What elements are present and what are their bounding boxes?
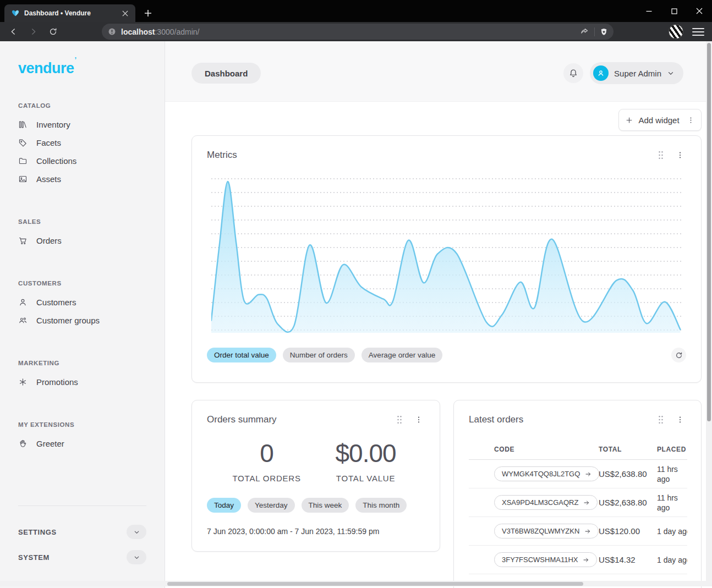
order-total: US$120.00 bbox=[599, 526, 657, 536]
back-button[interactable] bbox=[6, 24, 21, 40]
sidebar-section-settings[interactable]: SETTINGS bbox=[18, 521, 146, 543]
forward-button[interactable] bbox=[25, 24, 41, 40]
total-value-stat: $0.00 TOTAL VALUE bbox=[308, 438, 423, 483]
table-row: 3FY7FSCWSHMA11HX US$14.32 1 day ago bbox=[469, 546, 687, 574]
browser-menu-icon[interactable] bbox=[692, 26, 704, 38]
sidebar-item-customers[interactable]: Customers bbox=[0, 293, 165, 311]
drag-handle-icon[interactable] bbox=[396, 415, 403, 425]
total-value-value: $0.00 bbox=[308, 438, 423, 468]
notifications-button[interactable] bbox=[563, 63, 583, 83]
add-widget-button[interactable]: Add widget bbox=[618, 109, 702, 131]
order-code-link[interactable]: XSA9PD4LM3CGAQRZ bbox=[494, 495, 598, 510]
new-tab-button[interactable] bbox=[141, 6, 155, 20]
user-icon bbox=[596, 69, 605, 78]
vertical-scrollbar-thumb[interactable] bbox=[707, 43, 711, 421]
promotions-icon bbox=[18, 377, 28, 387]
order-code-link[interactable]: V3T6BW8ZQLWMYZKN bbox=[494, 524, 599, 538]
add-widget-menu-icon[interactable] bbox=[687, 116, 695, 124]
kebab-menu-icon[interactable] bbox=[676, 151, 684, 160]
range-this-week[interactable]: This week bbox=[302, 498, 349, 513]
tab-close-icon[interactable] bbox=[120, 8, 130, 18]
user-name: Super Admin bbox=[614, 69, 661, 78]
sidebar-section-marketing: MARKETING Promotions bbox=[0, 360, 165, 391]
sidebar-item-promotions[interactable]: Promotions bbox=[0, 373, 165, 391]
column-placed-at: PLACED AT bbox=[657, 446, 687, 453]
address-bar[interactable]: localhost:3000/admin/ bbox=[102, 24, 614, 40]
total-orders-stat: 0 TOTAL ORDERS bbox=[225, 438, 308, 483]
section-label: SYSTEM bbox=[18, 553, 50, 562]
sidebar-item-inventory[interactable]: Inventory bbox=[0, 116, 165, 134]
sidebar-item-orders[interactable]: Orders bbox=[0, 232, 165, 250]
latest-orders-title: Latest orders bbox=[469, 414, 657, 425]
sidebar-item-label: Customer groups bbox=[36, 316, 100, 325]
collections-icon bbox=[18, 156, 28, 166]
tab-number-of-orders[interactable]: Number of orders bbox=[283, 348, 355, 362]
order-code-link[interactable]: 3FY7FSCWSHMA11HX bbox=[494, 552, 597, 567]
latest-orders-table: CODE TOTAL PLACED AT WYMGK4TQQ8JL2TGQ US… bbox=[469, 446, 687, 574]
orders-icon bbox=[18, 236, 28, 245]
sidebar-section-customers: CUSTOMERS Customers Customer groups bbox=[0, 280, 165, 329]
browser-toolbar: localhost:3000/admin/ bbox=[0, 22, 712, 41]
range-this-month[interactable]: This month bbox=[355, 498, 407, 513]
orders-summary-title: Orders summary bbox=[207, 414, 396, 425]
sidebar-item-label: Customers bbox=[36, 298, 76, 307]
drag-handle-icon[interactable] bbox=[657, 150, 665, 160]
customer-groups-icon bbox=[18, 316, 28, 325]
tab-order-total-value[interactable]: Order total value bbox=[207, 348, 276, 362]
order-placed: 1 day ago bbox=[657, 555, 687, 565]
order-code-link[interactable]: WYMGK4TQQ8JL2TGQ bbox=[494, 466, 599, 481]
sidebar-item-label: Orders bbox=[36, 236, 62, 245]
sidebar-item-greeter[interactable]: Greeter bbox=[0, 435, 165, 453]
horizontal-scrollbar-thumb[interactable] bbox=[167, 582, 583, 586]
sidebar-item-label: Promotions bbox=[36, 377, 78, 387]
range-yesterday[interactable]: Yesterday bbox=[248, 498, 295, 513]
settings-expand-button[interactable] bbox=[127, 525, 146, 539]
window-close-button[interactable] bbox=[687, 0, 712, 22]
order-placed: 11 hrs ago bbox=[657, 493, 687, 513]
url-text: localhost:3000/admin/ bbox=[121, 28, 580, 36]
column-code: CODE bbox=[469, 446, 599, 453]
brave-shield-icon[interactable] bbox=[600, 28, 608, 36]
kebab-menu-icon[interactable] bbox=[414, 415, 423, 424]
page-title[interactable]: Dashboard bbox=[191, 63, 261, 84]
section-label: CUSTOMERS bbox=[18, 280, 165, 287]
sidebar-item-facets[interactable]: Facets bbox=[0, 134, 165, 152]
tab-average-order-value[interactable]: Average order value bbox=[362, 348, 442, 362]
browser-profile-avatar[interactable] bbox=[669, 24, 683, 39]
reload-button[interactable] bbox=[45, 24, 61, 40]
window-maximize-button[interactable] bbox=[661, 0, 687, 22]
sidebar-item-assets[interactable]: Assets bbox=[0, 170, 165, 188]
orders-summary-widget: Orders summary 0 TOTAL ORDERS $0.00 TOTA… bbox=[191, 400, 440, 552]
browser-tab[interactable]: Dashboard • Vendure bbox=[4, 4, 135, 22]
horizontal-scrollbar[interactable] bbox=[0, 581, 712, 586]
user-menu[interactable]: Super Admin bbox=[590, 62, 683, 84]
metrics-chart bbox=[211, 177, 681, 334]
site-info-icon[interactable] bbox=[108, 28, 116, 36]
drag-handle-icon[interactable] bbox=[657, 415, 665, 425]
kebab-menu-icon[interactable] bbox=[676, 415, 684, 424]
inventory-icon bbox=[18, 120, 28, 129]
add-widget-label: Add widget bbox=[638, 116, 679, 125]
vendure-logo[interactable]: vendure’ bbox=[18, 60, 165, 77]
sidebar-item-customer-groups[interactable]: Customer groups bbox=[0, 311, 165, 329]
window-minimize-button[interactable] bbox=[636, 0, 661, 22]
plus-icon bbox=[625, 116, 633, 124]
greeter-icon bbox=[18, 439, 28, 448]
sidebar-item-collections[interactable]: Collections bbox=[0, 152, 165, 170]
screen: Dashboard • Vendure bbox=[0, 0, 712, 588]
sidebar-item-label: Facets bbox=[36, 138, 61, 147]
arrow-right-icon bbox=[583, 499, 590, 506]
order-total: US$2,638.80 bbox=[599, 469, 657, 479]
section-label: SETTINGS bbox=[18, 528, 57, 536]
section-label: MARKETING bbox=[18, 360, 165, 366]
customers-icon bbox=[18, 298, 28, 307]
vertical-scrollbar[interactable] bbox=[706, 41, 712, 581]
share-icon[interactable] bbox=[580, 27, 589, 36]
refresh-button[interactable] bbox=[671, 348, 686, 362]
sidebar-section-system[interactable]: SYSTEM bbox=[18, 546, 146, 568]
system-expand-button[interactable] bbox=[127, 550, 146, 564]
sidebar-item-label: Inventory bbox=[36, 120, 70, 129]
range-today[interactable]: Today bbox=[207, 498, 241, 513]
section-label: SALES bbox=[18, 218, 165, 225]
order-placed: 1 day ago bbox=[657, 526, 687, 536]
